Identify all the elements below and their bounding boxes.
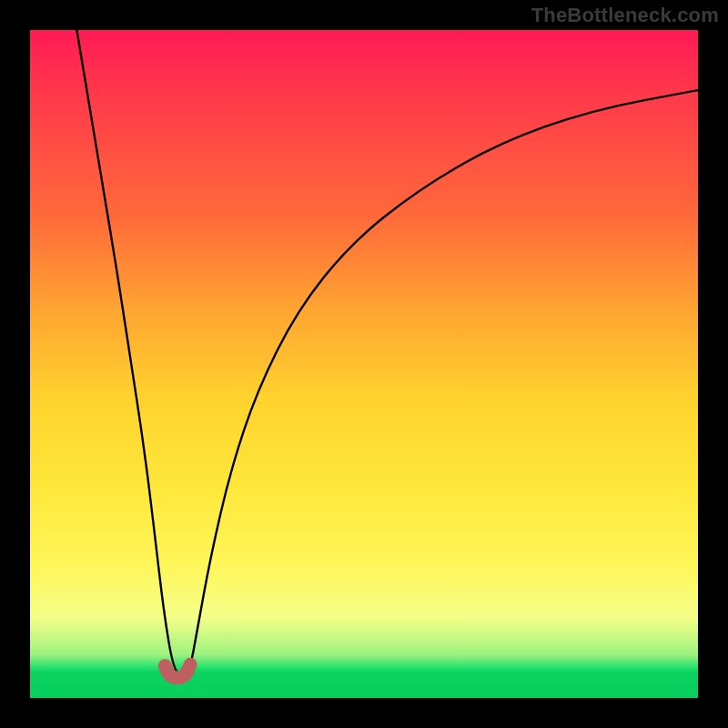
- watermark-text: TheBottleneck.com: [531, 4, 719, 27]
- plot-area: [30, 30, 698, 698]
- bottleneck-curve: [76, 30, 698, 673]
- curve-svg: [30, 30, 698, 698]
- optimal-marker: [165, 664, 190, 678]
- chart-frame: TheBottleneck.com: [0, 0, 728, 728]
